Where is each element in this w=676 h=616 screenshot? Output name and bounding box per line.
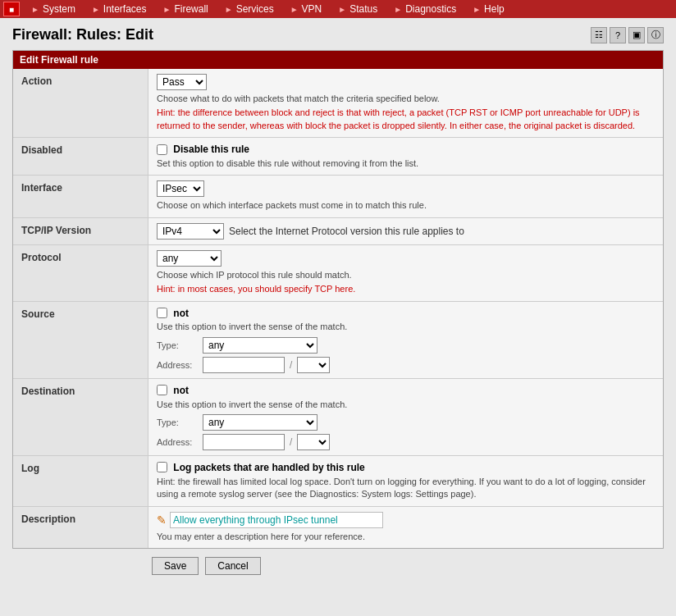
title-icons: ☷ ? ▣ ⓘ bbox=[591, 27, 664, 43]
source-not-checkbox[interactable] bbox=[157, 308, 167, 318]
destination-not-desc: Use this option to invert the sense of t… bbox=[157, 399, 655, 411]
action-label: Action bbox=[13, 69, 148, 137]
protocol-desc: Choose which IP protocol this rule shoul… bbox=[157, 269, 655, 281]
interface-select[interactable]: IPsec WAN LAN OPT1 bbox=[157, 180, 204, 197]
source-address-row: Address: / bbox=[157, 357, 655, 373]
icon-grid[interactable]: ☷ bbox=[591, 27, 607, 43]
nav-arrow-diagnostics: ► bbox=[394, 5, 402, 14]
source-row: Source not Use this option to invert the… bbox=[13, 302, 663, 379]
cancel-button[interactable]: Cancel bbox=[205, 557, 260, 575]
log-checkbox-label: Log packets that are handled by this rul… bbox=[173, 462, 364, 473]
source-type-label: Type: bbox=[157, 340, 198, 350]
icon-monitor[interactable]: ▣ bbox=[628, 27, 645, 43]
log-checkbox[interactable] bbox=[157, 462, 167, 472]
firewall-rule-panel: Edit Firewall rule Action Pass Block Rej… bbox=[12, 50, 664, 549]
source-address-input[interactable] bbox=[203, 357, 285, 373]
destination-not-checkbox[interactable] bbox=[157, 385, 167, 395]
protocol-row: Protocol any TCP UDP TCP/UDP ICMP Choose… bbox=[13, 245, 663, 302]
pencil-icon: ✎ bbox=[157, 513, 167, 527]
description-input-wrap: ✎ bbox=[157, 512, 655, 528]
destination-label: Destination bbox=[13, 379, 148, 455]
source-mask-select[interactable] bbox=[297, 357, 330, 373]
disabled-label: Disabled bbox=[13, 138, 148, 175]
log-hint: Hint: the firewall has limited local log… bbox=[157, 476, 655, 501]
protocol-select[interactable]: any TCP UDP TCP/UDP ICMP bbox=[157, 250, 222, 267]
nav-help[interactable]: ► Help bbox=[464, 0, 513, 18]
save-button[interactable]: Save bbox=[152, 557, 199, 575]
destination-not-label: not bbox=[173, 385, 189, 396]
action-row: Action Pass Block Reject Choose what to … bbox=[13, 69, 663, 138]
action-desc: Choose what to do with packets that matc… bbox=[157, 93, 655, 105]
action-content: Pass Block Reject Choose what to do with… bbox=[148, 69, 663, 137]
icon-info[interactable]: ⓘ bbox=[647, 27, 664, 43]
description-content: ✎ You may enter a description here for y… bbox=[148, 507, 663, 548]
nav-arrow-vpn: ► bbox=[290, 5, 299, 14]
nav-logo: ■ bbox=[3, 2, 20, 16]
nav-arrow-services: ► bbox=[225, 5, 233, 14]
source-type-select[interactable]: any Single host or alias Network WAN sub… bbox=[203, 337, 317, 354]
source-type-row: Type: any Single host or alias Network W… bbox=[157, 337, 655, 354]
disabled-checkbox-label: Disable this rule bbox=[173, 144, 249, 155]
nav-status[interactable]: ► Status bbox=[330, 0, 386, 18]
page-wrapper: Firewall: Rules: Edit ☷ ? ▣ ⓘ Edit Firew… bbox=[0, 18, 676, 616]
tcpip-content: IPv4 IPv6 IPv4+IPv6 Select the Internet … bbox=[148, 218, 663, 244]
interface-label: Interface bbox=[13, 176, 148, 217]
destination-row: Destination not Use this option to inver… bbox=[13, 379, 663, 456]
log-label: Log bbox=[13, 456, 148, 506]
icon-help2[interactable]: ? bbox=[610, 27, 626, 43]
panel-header: Edit Firewall rule bbox=[13, 51, 663, 69]
action-hint: Hint: the difference between block and r… bbox=[157, 107, 655, 132]
nav-interfaces[interactable]: ► Interfaces bbox=[84, 0, 155, 18]
interface-desc: Choose on which interface packets must c… bbox=[157, 199, 655, 212]
source-not-desc: Use this option to invert the sense of t… bbox=[157, 321, 655, 333]
destination-content: not Use this option to invert the sense … bbox=[148, 379, 663, 455]
tcpip-inline-desc: Select the Internet Protocol version thi… bbox=[229, 226, 464, 237]
page-title: Firewall: Rules: Edit bbox=[12, 26, 153, 43]
navbar: ■ ► System ► Interfaces ► Firewall ► Ser… bbox=[0, 0, 676, 18]
nav-diagnostics[interactable]: ► Diagnostics bbox=[386, 0, 464, 18]
destination-mask-select[interactable] bbox=[297, 434, 330, 450]
button-row: Save Cancel bbox=[12, 549, 664, 583]
source-not-label: not bbox=[173, 307, 189, 318]
nav-firewall[interactable]: ► Firewall bbox=[155, 0, 217, 18]
disabled-desc: Set this option to disable this rule wit… bbox=[157, 157, 655, 170]
destination-address-label: Address: bbox=[157, 437, 198, 447]
interface-content: IPsec WAN LAN OPT1 Choose on which inter… bbox=[148, 176, 663, 217]
disabled-checkbox[interactable] bbox=[157, 144, 167, 155]
protocol-content: any TCP UDP TCP/UDP ICMP Choose which IP… bbox=[148, 245, 663, 301]
log-row: Log Log packets that are handled by this… bbox=[13, 456, 663, 507]
nav-arrow-interfaces: ► bbox=[92, 5, 100, 14]
nav-arrow-help: ► bbox=[473, 5, 481, 14]
description-input[interactable] bbox=[170, 512, 383, 528]
tcpip-label: TCP/IP Version bbox=[13, 218, 148, 244]
log-content: Log packets that are handled by this rul… bbox=[148, 456, 663, 506]
description-row: Description ✎ You may enter a descriptio… bbox=[13, 507, 663, 548]
interface-row: Interface IPsec WAN LAN OPT1 Choose on w… bbox=[13, 176, 663, 217]
source-address-label: Address: bbox=[157, 360, 198, 370]
destination-type-label: Type: bbox=[157, 418, 198, 427]
page-title-bar: Firewall: Rules: Edit ☷ ? ▣ ⓘ bbox=[12, 26, 664, 43]
source-label: Source bbox=[13, 302, 148, 378]
disabled-row: Disabled Disable this rule Set this opti… bbox=[13, 138, 663, 176]
action-select[interactable]: Pass Block Reject bbox=[157, 74, 207, 90]
protocol-label: Protocol bbox=[13, 245, 148, 301]
destination-address-row: Address: / bbox=[157, 434, 655, 450]
protocol-hint: Hint: in most cases, you should specify … bbox=[157, 283, 655, 295]
nav-arrow-system: ► bbox=[31, 5, 39, 14]
destination-type-select[interactable]: any Single host or alias Network WAN sub… bbox=[203, 414, 317, 431]
disabled-content: Disable this rule Set this option to dis… bbox=[148, 138, 663, 175]
destination-type-row: Type: any Single host or alias Network W… bbox=[157, 414, 655, 431]
nav-services[interactable]: ► Services bbox=[217, 0, 282, 18]
panel-body: Action Pass Block Reject Choose what to … bbox=[13, 69, 663, 548]
tcpip-row: TCP/IP Version IPv4 IPv6 IPv4+IPv6 Selec… bbox=[13, 218, 663, 245]
nav-arrow-firewall: ► bbox=[163, 5, 171, 14]
source-content: not Use this option to invert the sense … bbox=[148, 302, 663, 378]
tcpip-select[interactable]: IPv4 IPv6 IPv4+IPv6 bbox=[157, 223, 224, 240]
nav-arrow-status: ► bbox=[338, 5, 346, 14]
description-label: Description bbox=[13, 507, 148, 548]
nav-vpn[interactable]: ► VPN bbox=[282, 0, 331, 18]
nav-system[interactable]: ► System bbox=[23, 0, 84, 18]
description-hint: You may enter a description here for you… bbox=[157, 531, 655, 543]
destination-address-input[interactable] bbox=[203, 434, 285, 450]
